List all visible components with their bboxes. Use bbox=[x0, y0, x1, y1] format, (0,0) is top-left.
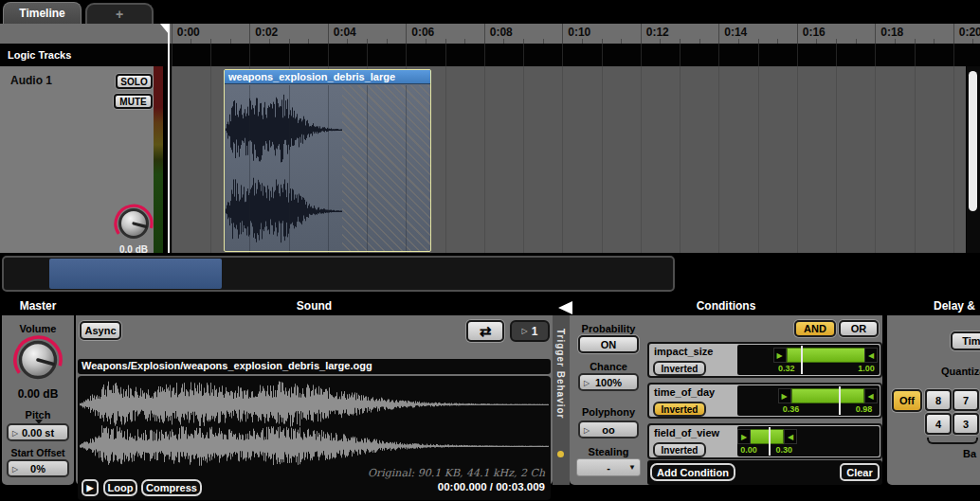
track-volume-knob[interactable] bbox=[114, 204, 154, 243]
clear-button[interactable]: Clear bbox=[840, 463, 880, 481]
range-fill bbox=[791, 388, 864, 403]
condition-row: time_of_dayInverted▶◀0.360.98 bbox=[647, 383, 882, 419]
playhead-line[interactable] bbox=[168, 24, 170, 253]
overview-visible-range[interactable] bbox=[49, 259, 222, 289]
range-max-value: 0.30 bbox=[775, 445, 792, 455]
file-path-bar[interactable]: Weapons/Explosion/weapons_explosion_debr… bbox=[78, 359, 551, 374]
range-min-handle[interactable]: ▶ bbox=[737, 429, 751, 444]
master-section: Master Volume 0.00 dB Pitch ▷ 0.00 st St… bbox=[2, 299, 74, 485]
quantize-3-button[interactable]: 3 bbox=[953, 413, 979, 435]
trigger-behavior-label: Trigger Behavior bbox=[555, 329, 566, 419]
range-min-handle[interactable]: ▶ bbox=[778, 388, 791, 403]
range-slider[interactable]: ▶◀0.000.30 bbox=[737, 426, 880, 456]
start-offset-spinner[interactable]: ▷ 0% bbox=[7, 459, 69, 477]
inverted-button[interactable]: Inverted bbox=[653, 402, 706, 417]
mute-button[interactable]: MUTE bbox=[114, 94, 153, 109]
async-button[interactable]: Async bbox=[80, 321, 121, 340]
vertical-scrollbar[interactable] bbox=[967, 66, 980, 253]
gridline bbox=[289, 85, 290, 251]
ruler-major-tick bbox=[641, 24, 642, 44]
solo-button[interactable]: SOLO bbox=[116, 74, 153, 89]
quantize-7-button[interactable]: 7 bbox=[953, 389, 979, 411]
repeat-mode-button[interactable]: ⇄ bbox=[466, 320, 504, 342]
stealing-dropdown[interactable]: - ▼ bbox=[576, 458, 641, 476]
ruler[interactable]: 0:000:020:040:060:080:100:120:140:160:18… bbox=[0, 24, 980, 44]
gridline bbox=[875, 44, 876, 66]
start-offset-label: Start Offset bbox=[2, 447, 74, 458]
original-info: Original: 90.1 KB, 44.1 kHz, 2 Ch bbox=[368, 467, 545, 479]
or-button[interactable]: OR bbox=[839, 320, 879, 337]
plus-icon: + bbox=[116, 7, 123, 22]
tab-add[interactable]: + bbox=[85, 3, 154, 24]
range-max-handle[interactable]: ◀ bbox=[864, 348, 878, 363]
quantize-3-label: 3 bbox=[963, 419, 969, 430]
gridline bbox=[249, 44, 250, 66]
gridline bbox=[328, 44, 329, 66]
range-slider[interactable]: ▶◀0.360.98 bbox=[737, 385, 880, 416]
gridline bbox=[641, 44, 642, 66]
gridline bbox=[718, 44, 719, 66]
time-button[interactable]: Time bbox=[951, 331, 980, 350]
polyphony-spinner[interactable]: ▷ oo bbox=[578, 420, 639, 438]
gridline bbox=[836, 44, 837, 66]
compress-button[interactable]: Compress bbox=[141, 479, 202, 496]
pitch-spinner[interactable]: ▷ 0.00 st bbox=[7, 423, 69, 441]
range-slider[interactable]: ▶◀0.321.00 bbox=[737, 345, 880, 375]
gridline bbox=[484, 66, 485, 253]
async-label: Async bbox=[84, 325, 116, 336]
probability-on-button[interactable]: ON bbox=[578, 335, 639, 353]
ruler-time-label: 0:04 bbox=[334, 26, 356, 39]
quantize-8-button[interactable]: 8 bbox=[925, 389, 952, 411]
ruler-major-tick bbox=[249, 24, 250, 44]
gridline bbox=[953, 66, 954, 253]
range-min-handle[interactable]: ▶ bbox=[773, 348, 787, 363]
mute-label: MUTE bbox=[119, 97, 146, 107]
trigger-behavior-tab[interactable]: Trigger Behavior bbox=[553, 315, 570, 485]
audio-clip[interactable]: weapons_explosion_debris_large bbox=[224, 69, 431, 252]
or-label: OR bbox=[851, 323, 867, 334]
gridline bbox=[445, 44, 446, 66]
range-fill bbox=[749, 429, 784, 444]
sound-body: Async ⇄ ▷ 1 Weapons/Explosion/weapons_ex… bbox=[76, 315, 553, 485]
gridline bbox=[718, 66, 719, 253]
gridline bbox=[172, 66, 172, 253]
chevron-down-icon: ▼ bbox=[628, 463, 636, 472]
loop-button[interactable]: Loop bbox=[103, 479, 137, 496]
gridline bbox=[875, 66, 876, 253]
quantization-label: Quantiza bbox=[941, 366, 980, 377]
inverted-button[interactable]: Inverted bbox=[653, 361, 706, 376]
chance-spinner[interactable]: ▷ 100% bbox=[578, 373, 639, 391]
gridline bbox=[836, 66, 837, 253]
spinner-arrow-icon: ▷ bbox=[12, 428, 18, 437]
quantize-off-button[interactable]: Off bbox=[892, 389, 922, 412]
parameter-cursor bbox=[839, 386, 841, 415]
clip-waveform-right bbox=[226, 172, 342, 250]
stealing-label: Stealing bbox=[570, 446, 647, 457]
vertical-scrollbar-thumb[interactable] bbox=[969, 71, 977, 211]
master-body: Volume 0.00 dB Pitch ▷ 0.00 st Start Off… bbox=[2, 315, 74, 485]
gridline bbox=[680, 44, 681, 66]
conditions-section: Conditions Probability ON Chance ▷ 100% … bbox=[570, 299, 882, 485]
quantize-4-button[interactable]: 4 bbox=[925, 413, 952, 435]
condition-row: impact_sizeInverted▶◀0.321.00 bbox=[647, 342, 882, 378]
and-button[interactable]: AND bbox=[794, 320, 836, 337]
master-volume-knob[interactable] bbox=[13, 335, 63, 385]
ruler-major-tick bbox=[172, 24, 172, 44]
gridline bbox=[172, 44, 172, 66]
range-max-handle[interactable]: ◀ bbox=[784, 429, 797, 444]
ruler-major-tick bbox=[406, 24, 407, 44]
play-count-button[interactable]: ▷ 1 bbox=[510, 320, 550, 342]
bars-label: Ba bbox=[963, 448, 976, 459]
add-condition-button[interactable]: Add Condition bbox=[650, 463, 735, 481]
polyphony-label: Polyphony bbox=[570, 406, 647, 418]
gridline bbox=[758, 44, 759, 66]
timeline-overview-scrollbar[interactable] bbox=[2, 256, 675, 292]
range-min-value: 0.36 bbox=[783, 404, 800, 414]
play-button[interactable]: ▶ bbox=[82, 479, 99, 496]
tab-timeline[interactable]: Timeline bbox=[3, 2, 82, 24]
conditions-footer: Add Condition Clear bbox=[647, 460, 882, 485]
range-max-handle[interactable]: ◀ bbox=[864, 388, 878, 403]
track-name: Audio 1 bbox=[10, 74, 52, 87]
delay-body: Time Quantiza Off 8 7 4 3 Ba bbox=[887, 315, 980, 485]
inverted-button[interactable]: Inverted bbox=[653, 442, 706, 457]
